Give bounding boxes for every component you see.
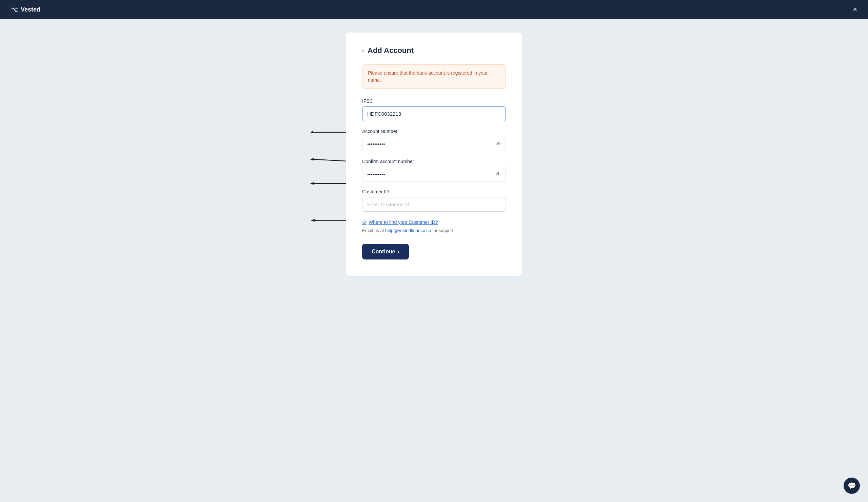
add-account-card: ‹ Add Account Please ensure that the ban… bbox=[346, 33, 522, 276]
account-number-eye-icon[interactable]: 👁 bbox=[496, 141, 501, 147]
customer-id-input[interactable] bbox=[362, 197, 506, 212]
account-number-group: Account Number 👁 bbox=[362, 129, 506, 151]
app-header: ⌥ Vested × bbox=[0, 0, 868, 19]
logo-text: Vested bbox=[21, 6, 40, 13]
chat-bubble[interactable]: 💬 bbox=[844, 478, 860, 494]
support-text: Email us at help@vestedfinance.co for su… bbox=[362, 228, 506, 233]
help-circle-icon: ⊙ bbox=[362, 219, 366, 225]
chat-icon: 💬 bbox=[848, 482, 856, 490]
support-suffix: for support bbox=[431, 228, 453, 233]
ifsc-group: IFSC bbox=[362, 98, 506, 121]
svg-marker-7 bbox=[310, 182, 314, 185]
confirm-account-input[interactable] bbox=[362, 167, 506, 182]
help-link[interactable]: ⊙ Where to find your Customer ID? bbox=[362, 219, 506, 225]
confirm-account-group: Confirm account number 👁 bbox=[362, 159, 506, 182]
chevron-right-icon: › bbox=[398, 249, 400, 254]
svg-marker-11 bbox=[311, 219, 315, 222]
svg-marker-4 bbox=[310, 158, 314, 161]
support-prefix: Email us at bbox=[362, 228, 385, 233]
main-content: ‹ Add Account Please ensure that the ban… bbox=[0, 19, 868, 502]
ifsc-input[interactable] bbox=[362, 106, 506, 121]
close-button[interactable]: × bbox=[853, 6, 857, 13]
confirm-account-eye-icon[interactable]: 👁 bbox=[496, 171, 501, 177]
support-email-link[interactable]: help@vestedfinance.co bbox=[385, 228, 431, 233]
continue-label: Continue bbox=[372, 249, 395, 255]
confirm-account-label: Confirm account number bbox=[362, 159, 506, 164]
account-number-label: Account Number bbox=[362, 129, 506, 134]
back-icon[interactable]: ‹ bbox=[362, 47, 364, 54]
page-title: Add Account bbox=[368, 46, 414, 55]
ifsc-input-wrapper bbox=[362, 106, 506, 121]
alert-text: Please ensure that the bank account is r… bbox=[368, 70, 500, 84]
customer-id-label: Customer ID bbox=[362, 189, 506, 194]
logo-icon: ⌥ bbox=[11, 6, 18, 13]
customer-id-group: Customer ID bbox=[362, 189, 506, 212]
account-number-input[interactable] bbox=[362, 137, 506, 151]
help-link-text: Where to find your Customer ID? bbox=[369, 219, 438, 225]
continue-button[interactable]: Continue › bbox=[362, 244, 409, 259]
account-number-input-wrapper: 👁 bbox=[362, 137, 506, 151]
logo: ⌥ Vested bbox=[11, 6, 40, 13]
alert-box: Please ensure that the bank account is r… bbox=[362, 64, 506, 89]
svg-marker-1 bbox=[310, 131, 313, 134]
ifsc-label: IFSC bbox=[362, 98, 506, 104]
card-header: ‹ Add Account bbox=[362, 46, 506, 55]
customer-id-input-wrapper bbox=[362, 197, 506, 212]
confirm-account-input-wrapper: 👁 bbox=[362, 167, 506, 182]
